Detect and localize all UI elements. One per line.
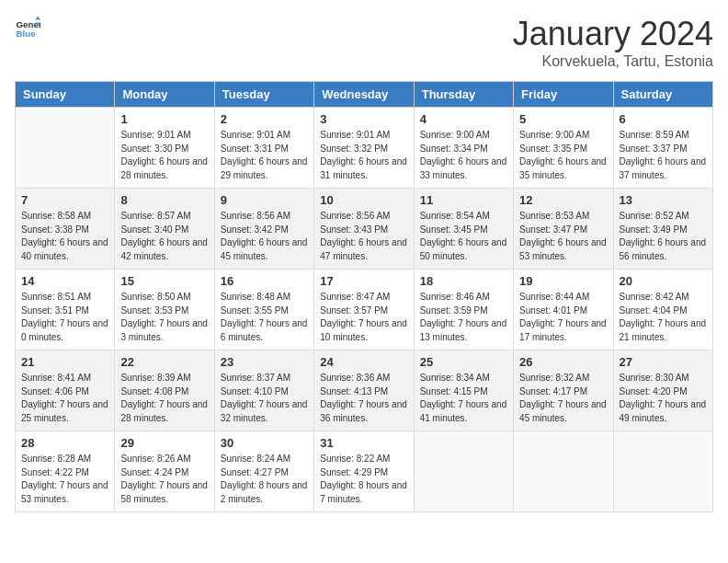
day-info: Sunrise: 8:58 AMSunset: 3:38 PMDaylight:… bbox=[21, 210, 108, 263]
day-info: Sunrise: 8:28 AMSunset: 4:22 PMDaylight:… bbox=[21, 453, 108, 506]
calendar-cell: 2Sunrise: 9:01 AMSunset: 3:31 PMDaylight… bbox=[214, 108, 313, 189]
day-number: 3 bbox=[320, 112, 407, 126]
day-number: 20 bbox=[620, 274, 707, 288]
day-info: Sunrise: 8:57 AMSunset: 3:40 PMDaylight:… bbox=[120, 210, 208, 263]
day-number: 17 bbox=[320, 274, 407, 288]
calendar-cell: 4Sunrise: 9:00 AMSunset: 3:34 PMDaylight… bbox=[414, 108, 513, 189]
week-row-3: 14Sunrise: 8:51 AMSunset: 3:51 PMDayligh… bbox=[16, 270, 713, 350]
day-number: 2 bbox=[221, 112, 308, 126]
calendar-cell: 26Sunrise: 8:32 AMSunset: 4:17 PMDayligh… bbox=[514, 350, 613, 431]
day-number: 14 bbox=[21, 274, 108, 288]
svg-marker-2 bbox=[35, 16, 40, 19]
calendar-cell: 1Sunrise: 9:01 AMSunset: 3:30 PMDaylight… bbox=[115, 108, 214, 189]
calendar-cell: 22Sunrise: 8:39 AMSunset: 4:08 PMDayligh… bbox=[115, 350, 214, 431]
month-title: January 2024 bbox=[513, 15, 713, 53]
day-info: Sunrise: 8:42 AMSunset: 4:04 PMDaylight:… bbox=[620, 291, 707, 344]
calendar-cell: 14Sunrise: 8:51 AMSunset: 3:51 PMDayligh… bbox=[16, 270, 115, 350]
day-info: Sunrise: 8:39 AMSunset: 4:08 PMDaylight:… bbox=[120, 372, 208, 425]
day-info: Sunrise: 8:36 AMSunset: 4:13 PMDaylight:… bbox=[320, 372, 407, 425]
day-number: 19 bbox=[519, 274, 607, 288]
calendar-cell: 9Sunrise: 8:56 AMSunset: 3:42 PMDaylight… bbox=[214, 189, 313, 270]
calendar-cell: 28Sunrise: 8:28 AMSunset: 4:22 PMDayligh… bbox=[16, 431, 115, 512]
day-header-friday: Friday bbox=[514, 82, 613, 108]
calendar-table: SundayMondayTuesdayWednesdayThursdayFrid… bbox=[15, 81, 713, 512]
day-info: Sunrise: 8:56 AMSunset: 3:42 PMDaylight:… bbox=[221, 210, 308, 263]
calendar-cell: 29Sunrise: 8:26 AMSunset: 4:24 PMDayligh… bbox=[115, 431, 214, 512]
day-info: Sunrise: 8:44 AMSunset: 4:01 PMDaylight:… bbox=[519, 291, 607, 344]
calendar-cell: 3Sunrise: 9:01 AMSunset: 3:32 PMDaylight… bbox=[314, 108, 414, 189]
svg-text:Blue: Blue bbox=[16, 29, 36, 39]
day-number: 26 bbox=[519, 355, 607, 369]
day-info: Sunrise: 8:37 AMSunset: 4:10 PMDaylight:… bbox=[221, 372, 308, 425]
day-info: Sunrise: 9:01 AMSunset: 3:32 PMDaylight:… bbox=[320, 129, 407, 182]
day-number: 22 bbox=[120, 355, 208, 369]
day-info: Sunrise: 8:52 AMSunset: 3:49 PMDaylight:… bbox=[620, 210, 707, 263]
week-row-5: 28Sunrise: 8:28 AMSunset: 4:22 PMDayligh… bbox=[16, 431, 713, 512]
day-info: Sunrise: 8:54 AMSunset: 3:45 PMDaylight:… bbox=[420, 210, 507, 263]
day-number: 31 bbox=[320, 436, 407, 450]
day-info: Sunrise: 8:26 AMSunset: 4:24 PMDaylight:… bbox=[120, 453, 208, 506]
day-header-tuesday: Tuesday bbox=[214, 82, 313, 108]
day-header-monday: Monday bbox=[115, 82, 214, 108]
day-info: Sunrise: 8:48 AMSunset: 3:55 PMDaylight:… bbox=[221, 291, 308, 344]
calendar-cell: 24Sunrise: 8:36 AMSunset: 4:13 PMDayligh… bbox=[314, 350, 414, 431]
calendar-cell: 18Sunrise: 8:46 AMSunset: 3:59 PMDayligh… bbox=[414, 270, 513, 350]
day-number: 23 bbox=[221, 355, 308, 369]
calendar-cell: 21Sunrise: 8:41 AMSunset: 4:06 PMDayligh… bbox=[16, 350, 115, 431]
calendar-cell: 12Sunrise: 8:53 AMSunset: 3:47 PMDayligh… bbox=[514, 189, 613, 270]
calendar-cell: 7Sunrise: 8:58 AMSunset: 3:38 PMDaylight… bbox=[16, 189, 115, 270]
calendar-cell: 5Sunrise: 9:00 AMSunset: 3:35 PMDaylight… bbox=[514, 108, 613, 189]
week-row-1: 1Sunrise: 9:01 AMSunset: 3:30 PMDaylight… bbox=[16, 108, 713, 189]
day-number: 15 bbox=[120, 274, 208, 288]
day-number: 25 bbox=[420, 355, 507, 369]
calendar-cell bbox=[414, 431, 513, 512]
day-number: 1 bbox=[120, 112, 208, 126]
calendar-cell: 8Sunrise: 8:57 AMSunset: 3:40 PMDaylight… bbox=[115, 189, 214, 270]
calendar-cell: 25Sunrise: 8:34 AMSunset: 4:15 PMDayligh… bbox=[414, 350, 513, 431]
day-number: 7 bbox=[21, 193, 108, 207]
day-number: 16 bbox=[221, 274, 308, 288]
calendar-cell: 20Sunrise: 8:42 AMSunset: 4:04 PMDayligh… bbox=[613, 270, 712, 350]
calendar-cell: 31Sunrise: 8:22 AMSunset: 4:29 PMDayligh… bbox=[314, 431, 414, 512]
location-title: Korvekuela, Tartu, Estonia bbox=[513, 53, 713, 70]
day-number: 28 bbox=[21, 436, 108, 450]
calendar-cell: 23Sunrise: 8:37 AMSunset: 4:10 PMDayligh… bbox=[214, 350, 313, 431]
day-info: Sunrise: 8:24 AMSunset: 4:27 PMDaylight:… bbox=[221, 453, 308, 506]
day-number: 9 bbox=[221, 193, 308, 207]
calendar-cell bbox=[514, 431, 613, 512]
day-number: 6 bbox=[620, 112, 707, 126]
day-number: 4 bbox=[420, 112, 507, 126]
day-info: Sunrise: 8:53 AMSunset: 3:47 PMDaylight:… bbox=[519, 210, 607, 263]
day-info: Sunrise: 8:56 AMSunset: 3:43 PMDaylight:… bbox=[320, 210, 407, 263]
day-header-saturday: Saturday bbox=[613, 82, 712, 108]
calendar-cell: 30Sunrise: 8:24 AMSunset: 4:27 PMDayligh… bbox=[214, 431, 313, 512]
day-number: 24 bbox=[320, 355, 407, 369]
day-info: Sunrise: 9:01 AMSunset: 3:30 PMDaylight:… bbox=[120, 129, 208, 182]
days-header-row: SundayMondayTuesdayWednesdayThursdayFrid… bbox=[16, 82, 713, 108]
day-info: Sunrise: 8:30 AMSunset: 4:20 PMDaylight:… bbox=[620, 372, 707, 425]
day-number: 27 bbox=[620, 355, 707, 369]
day-info: Sunrise: 9:00 AMSunset: 3:34 PMDaylight:… bbox=[420, 129, 507, 182]
calendar-cell bbox=[16, 108, 115, 189]
calendar-cell: 13Sunrise: 8:52 AMSunset: 3:49 PMDayligh… bbox=[613, 189, 712, 270]
day-info: Sunrise: 8:47 AMSunset: 3:57 PMDaylight:… bbox=[320, 291, 407, 344]
calendar-cell: 10Sunrise: 8:56 AMSunset: 3:43 PMDayligh… bbox=[314, 189, 414, 270]
day-info: Sunrise: 8:22 AMSunset: 4:29 PMDaylight:… bbox=[320, 453, 407, 506]
calendar-cell: 27Sunrise: 8:30 AMSunset: 4:20 PMDayligh… bbox=[613, 350, 712, 431]
day-number: 5 bbox=[519, 112, 607, 126]
day-info: Sunrise: 8:59 AMSunset: 3:37 PMDaylight:… bbox=[620, 129, 707, 182]
day-info: Sunrise: 8:34 AMSunset: 4:15 PMDaylight:… bbox=[420, 372, 507, 425]
calendar-cell: 16Sunrise: 8:48 AMSunset: 3:55 PMDayligh… bbox=[214, 270, 313, 350]
day-info: Sunrise: 8:50 AMSunset: 3:53 PMDaylight:… bbox=[120, 291, 208, 344]
calendar-cell: 6Sunrise: 8:59 AMSunset: 3:37 PMDaylight… bbox=[613, 108, 712, 189]
calendar-cell: 17Sunrise: 8:47 AMSunset: 3:57 PMDayligh… bbox=[314, 270, 414, 350]
day-number: 12 bbox=[519, 193, 607, 207]
calendar-cell: 11Sunrise: 8:54 AMSunset: 3:45 PMDayligh… bbox=[414, 189, 513, 270]
day-number: 18 bbox=[420, 274, 507, 288]
day-info: Sunrise: 9:00 AMSunset: 3:35 PMDaylight:… bbox=[519, 129, 607, 182]
calendar-cell bbox=[613, 431, 712, 512]
day-info: Sunrise: 8:32 AMSunset: 4:17 PMDaylight:… bbox=[519, 372, 607, 425]
day-number: 29 bbox=[120, 436, 208, 450]
logo: General Blue bbox=[15, 15, 40, 40]
day-number: 8 bbox=[120, 193, 208, 207]
